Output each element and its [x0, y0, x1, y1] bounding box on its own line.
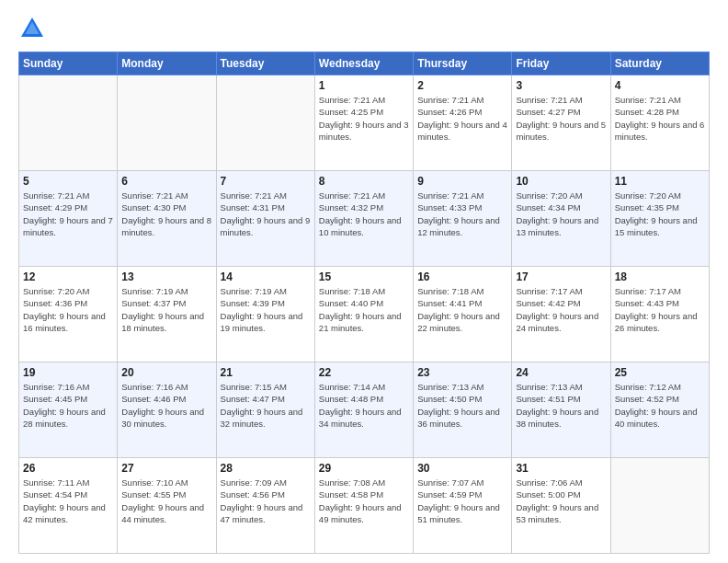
calendar-cell: 16Sunrise: 7:18 AM Sunset: 4:41 PM Dayli… — [414, 267, 512, 362]
weekday-header-monday: Monday — [118, 52, 216, 75]
day-info: Sunrise: 7:20 AM Sunset: 4:34 PM Dayligh… — [516, 190, 606, 238]
day-number: 27 — [121, 462, 211, 475]
calendar-week-3: 12Sunrise: 7:20 AM Sunset: 4:36 PM Dayli… — [19, 267, 710, 362]
day-info: Sunrise: 7:17 AM Sunset: 4:43 PM Dayligh… — [615, 285, 705, 334]
day-info: Sunrise: 7:21 AM Sunset: 4:26 PM Dayligh… — [417, 94, 507, 143]
calendar-week-2: 5Sunrise: 7:21 AM Sunset: 4:29 PM Daylig… — [19, 171, 710, 267]
calendar-cell: 24Sunrise: 7:13 AM Sunset: 4:51 PM Dayli… — [512, 362, 610, 458]
calendar-cell: 5Sunrise: 7:21 AM Sunset: 4:29 PM Daylig… — [19, 171, 118, 267]
day-number: 23 — [417, 366, 507, 379]
page: SundayMondayTuesdayWednesdayThursdayFrid… — [0, 0, 728, 563]
day-info: Sunrise: 7:14 AM Sunset: 4:48 PM Dayligh… — [319, 381, 409, 430]
day-number: 9 — [417, 175, 507, 188]
day-number: 13 — [121, 270, 211, 283]
calendar-cell: 20Sunrise: 7:16 AM Sunset: 4:46 PM Dayli… — [118, 362, 216, 458]
day-number: 21 — [221, 366, 311, 379]
day-info: Sunrise: 7:15 AM Sunset: 4:47 PM Dayligh… — [221, 381, 311, 430]
calendar-cell — [216, 75, 314, 171]
calendar-cell: 4Sunrise: 7:21 AM Sunset: 4:28 PM Daylig… — [610, 75, 709, 171]
day-info: Sunrise: 7:21 AM Sunset: 4:27 PM Dayligh… — [516, 94, 606, 143]
day-number: 14 — [221, 270, 311, 283]
day-info: Sunrise: 7:13 AM Sunset: 4:50 PM Dayligh… — [417, 381, 507, 430]
calendar-week-5: 26Sunrise: 7:11 AM Sunset: 4:54 PM Dayli… — [19, 458, 710, 554]
calendar-cell: 17Sunrise: 7:17 AM Sunset: 4:42 PM Dayli… — [512, 267, 610, 362]
day-info: Sunrise: 7:20 AM Sunset: 4:35 PM Dayligh… — [615, 190, 705, 238]
weekday-header-saturday: Saturday — [610, 52, 709, 75]
day-number: 22 — [319, 366, 409, 379]
day-number: 25 — [615, 366, 705, 379]
day-info: Sunrise: 7:12 AM Sunset: 4:52 PM Dayligh… — [615, 381, 705, 430]
weekday-header-sunday: Sunday — [19, 52, 118, 75]
calendar-cell: 29Sunrise: 7:08 AM Sunset: 4:58 PM Dayli… — [314, 458, 413, 554]
weekday-header-friday: Friday — [512, 52, 610, 75]
day-info: Sunrise: 7:21 AM Sunset: 4:32 PM Dayligh… — [319, 190, 409, 238]
header — [18, 15, 710, 42]
day-info: Sunrise: 7:21 AM Sunset: 4:29 PM Dayligh… — [23, 190, 113, 238]
calendar-cell: 8Sunrise: 7:21 AM Sunset: 4:32 PM Daylig… — [314, 171, 413, 267]
day-number: 16 — [417, 270, 507, 283]
calendar-cell: 9Sunrise: 7:21 AM Sunset: 4:33 PM Daylig… — [414, 171, 512, 267]
day-number: 11 — [615, 175, 705, 188]
day-info: Sunrise: 7:21 AM Sunset: 4:30 PM Dayligh… — [121, 190, 211, 238]
day-number: 7 — [221, 175, 311, 188]
day-number: 24 — [516, 366, 606, 379]
calendar-cell: 30Sunrise: 7:07 AM Sunset: 4:59 PM Dayli… — [414, 458, 512, 554]
day-number: 1 — [319, 79, 409, 92]
calendar-cell — [118, 75, 216, 171]
day-info: Sunrise: 7:21 AM Sunset: 4:31 PM Dayligh… — [221, 190, 311, 238]
day-info: Sunrise: 7:11 AM Sunset: 4:54 PM Dayligh… — [23, 477, 113, 525]
day-number: 20 — [121, 366, 211, 379]
day-number: 2 — [417, 79, 507, 92]
day-info: Sunrise: 7:07 AM Sunset: 4:59 PM Dayligh… — [417, 477, 507, 525]
day-info: Sunrise: 7:21 AM Sunset: 4:25 PM Dayligh… — [319, 94, 409, 143]
day-info: Sunrise: 7:09 AM Sunset: 4:56 PM Dayligh… — [221, 477, 311, 525]
calendar-cell: 7Sunrise: 7:21 AM Sunset: 4:31 PM Daylig… — [216, 171, 314, 267]
weekday-header-row: SundayMondayTuesdayWednesdayThursdayFrid… — [19, 52, 710, 75]
calendar-cell: 2Sunrise: 7:21 AM Sunset: 4:26 PM Daylig… — [414, 75, 512, 171]
day-number: 19 — [23, 366, 113, 379]
day-number: 31 — [516, 462, 606, 475]
calendar-cell: 25Sunrise: 7:12 AM Sunset: 4:52 PM Dayli… — [610, 362, 709, 458]
day-number: 30 — [417, 462, 507, 475]
logo-icon — [18, 15, 46, 42]
calendar-cell: 27Sunrise: 7:10 AM Sunset: 4:55 PM Dayli… — [118, 458, 216, 554]
calendar-cell: 23Sunrise: 7:13 AM Sunset: 4:50 PM Dayli… — [414, 362, 512, 458]
day-info: Sunrise: 7:18 AM Sunset: 4:40 PM Dayligh… — [319, 285, 409, 334]
day-number: 26 — [23, 462, 113, 475]
calendar-table: SundayMondayTuesdayWednesdayThursdayFrid… — [18, 52, 710, 554]
day-info: Sunrise: 7:19 AM Sunset: 4:37 PM Dayligh… — [121, 285, 211, 334]
calendar-cell: 12Sunrise: 7:20 AM Sunset: 4:36 PM Dayli… — [19, 267, 118, 362]
calendar-cell: 10Sunrise: 7:20 AM Sunset: 4:34 PM Dayli… — [512, 171, 610, 267]
day-number: 12 — [23, 270, 113, 283]
calendar-cell: 21Sunrise: 7:15 AM Sunset: 4:47 PM Dayli… — [216, 362, 314, 458]
day-info: Sunrise: 7:19 AM Sunset: 4:39 PM Dayligh… — [221, 285, 311, 334]
day-info: Sunrise: 7:20 AM Sunset: 4:36 PM Dayligh… — [23, 285, 113, 334]
calendar-cell: 11Sunrise: 7:20 AM Sunset: 4:35 PM Dayli… — [610, 171, 709, 267]
weekday-header-thursday: Thursday — [414, 52, 512, 75]
calendar-cell: 14Sunrise: 7:19 AM Sunset: 4:39 PM Dayli… — [216, 267, 314, 362]
day-info: Sunrise: 7:21 AM Sunset: 4:33 PM Dayligh… — [417, 190, 507, 238]
day-number: 28 — [221, 462, 311, 475]
day-info: Sunrise: 7:16 AM Sunset: 4:46 PM Dayligh… — [121, 381, 211, 430]
calendar-cell: 26Sunrise: 7:11 AM Sunset: 4:54 PM Dayli… — [19, 458, 118, 554]
logo — [18, 15, 50, 42]
calendar-week-1: 1Sunrise: 7:21 AM Sunset: 4:25 PM Daylig… — [19, 75, 710, 171]
day-number: 5 — [23, 175, 113, 188]
day-info: Sunrise: 7:17 AM Sunset: 4:42 PM Dayligh… — [516, 285, 606, 334]
calendar-cell: 22Sunrise: 7:14 AM Sunset: 4:48 PM Dayli… — [314, 362, 413, 458]
calendar-cell: 15Sunrise: 7:18 AM Sunset: 4:40 PM Dayli… — [314, 267, 413, 362]
calendar-cell — [610, 458, 709, 554]
weekday-header-tuesday: Tuesday — [216, 52, 314, 75]
day-number: 18 — [615, 270, 705, 283]
calendar-cell: 18Sunrise: 7:17 AM Sunset: 4:43 PM Dayli… — [610, 267, 709, 362]
calendar-cell: 31Sunrise: 7:06 AM Sunset: 5:00 PM Dayli… — [512, 458, 610, 554]
calendar-cell: 28Sunrise: 7:09 AM Sunset: 4:56 PM Dayli… — [216, 458, 314, 554]
day-number: 15 — [319, 270, 409, 283]
calendar-cell: 13Sunrise: 7:19 AM Sunset: 4:37 PM Dayli… — [118, 267, 216, 362]
day-info: Sunrise: 7:18 AM Sunset: 4:41 PM Dayligh… — [417, 285, 507, 334]
day-number: 10 — [516, 175, 606, 188]
day-info: Sunrise: 7:16 AM Sunset: 4:45 PM Dayligh… — [23, 381, 113, 430]
day-number: 8 — [319, 175, 409, 188]
weekday-header-wednesday: Wednesday — [314, 52, 413, 75]
calendar-cell: 6Sunrise: 7:21 AM Sunset: 4:30 PM Daylig… — [118, 171, 216, 267]
